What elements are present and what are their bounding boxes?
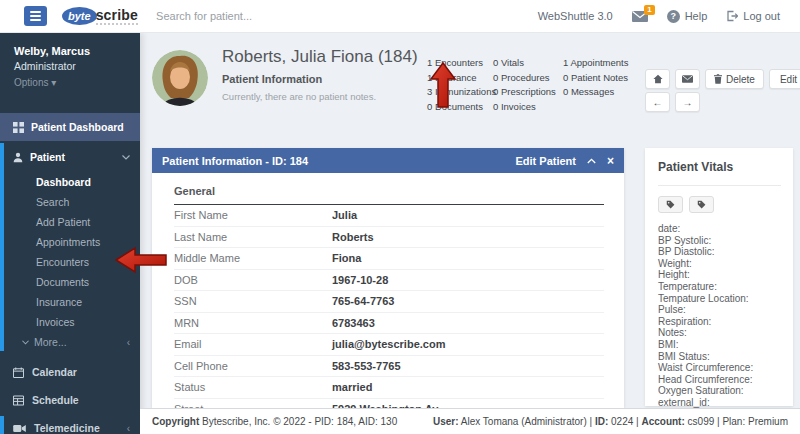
- field-row-first-name: First Name Julia: [174, 205, 604, 227]
- stat-appointments[interactable]: 1 Appointments: [563, 56, 629, 71]
- user-block: Welby, Marcus Administrator Options ▾: [14, 45, 90, 88]
- tag-icon: [697, 200, 706, 209]
- calendar-label: Calendar: [32, 366, 77, 378]
- divider: [658, 185, 781, 186]
- close-panel-button[interactable]: ×: [607, 154, 614, 168]
- more-label: More...: [34, 336, 67, 348]
- logout-label: Log out: [743, 10, 780, 22]
- field-row-ssn: SSN 765-64-7763: [174, 291, 604, 313]
- search-input[interactable]: [156, 10, 356, 22]
- arrow-right-icon: →: [683, 97, 693, 108]
- logout-button[interactable]: Log out: [726, 10, 780, 22]
- field-row-cell-phone: Cell Phone 583-553-7765: [174, 356, 604, 378]
- chevron-left-icon: ‹: [127, 423, 130, 434]
- edit-patient-link[interactable]: Edit Patient: [515, 155, 576, 167]
- sidebar-section-patient[interactable]: Patient: [0, 146, 140, 168]
- field-label: Last Name: [174, 231, 332, 243]
- edit-button[interactable]: Edit: [769, 69, 800, 89]
- footer-id-bold: ID:: [595, 416, 608, 427]
- field-value: Fiona: [332, 252, 361, 264]
- sidebar-item-invoices[interactable]: Invoices: [0, 312, 140, 332]
- sidebar-item-documents[interactable]: Documents: [0, 272, 140, 292]
- annotation-arrow-up-encounters-stat: [429, 62, 457, 108]
- annotation-arrow-left-encounters: [115, 246, 167, 274]
- arrow-left-icon: ←: [653, 97, 663, 108]
- vitals-tag-button-2[interactable]: [689, 196, 714, 213]
- vitals-label: date:: [658, 223, 781, 235]
- message-patient-button[interactable]: [675, 69, 700, 89]
- sidebar-item-dashboard[interactable]: Dashboard: [0, 172, 140, 192]
- messages-button[interactable]: 1: [632, 11, 648, 22]
- footer-account-bold: Account:: [641, 416, 684, 427]
- user-options-dropdown[interactable]: Options ▾: [14, 77, 90, 88]
- sidebar-item-search[interactable]: Search: [0, 192, 140, 212]
- logo-scribe: scribe: [96, 7, 138, 25]
- field-label: Status: [174, 381, 332, 393]
- sidebar-item-telemedicine[interactable]: Telemedicine ‹: [0, 418, 140, 434]
- help-button[interactable]: ? Help: [667, 10, 708, 23]
- home-button[interactable]: [645, 69, 670, 89]
- field-row-status: Status married: [174, 377, 604, 399]
- prev-patient-button[interactable]: ←: [645, 92, 670, 112]
- user-role: Administrator: [14, 60, 90, 72]
- vitals-label: BMI Status:: [658, 351, 781, 363]
- sidebar-item-calendar[interactable]: Calendar: [0, 362, 140, 382]
- vitals-tag-button-1[interactable]: [658, 196, 683, 213]
- stat-procedures[interactable]: 0 Procedures: [493, 71, 556, 86]
- edit-label: Edit: [780, 74, 797, 85]
- field-label: SSN: [174, 295, 332, 307]
- top-navbar: bytescribe WebShuttle 3.0 1 ? Help Log o…: [0, 0, 800, 33]
- field-value: 6783463: [332, 317, 375, 329]
- field-value: julia@bytescribe.com: [332, 338, 445, 350]
- delete-button[interactable]: Delete: [705, 69, 764, 89]
- stat-messages[interactable]: 0 Messages: [563, 85, 629, 100]
- chevron-down-icon: [122, 155, 130, 160]
- video-camera-icon: [13, 424, 26, 433]
- field-row-dob: DOB 1967-10-28: [174, 270, 604, 292]
- stat-vitals[interactable]: 0 Vitals: [493, 56, 556, 71]
- footer-user-info: User: Alex Tomana (Administrator) | ID: …: [433, 416, 788, 427]
- trash-icon: [714, 74, 722, 84]
- home-icon: [653, 74, 663, 84]
- stat-invoices[interactable]: 0 Invoices: [493, 100, 556, 115]
- field-label: MRN: [174, 317, 332, 329]
- footer-account-text: cs099 | Plan: Premium: [685, 416, 788, 427]
- patient-section-label: Patient: [30, 151, 65, 163]
- field-label: Middle Mame: [174, 252, 332, 264]
- person-icon: [13, 152, 23, 163]
- sidebar-item-patient-dashboard[interactable]: Patient Dashboard: [0, 113, 140, 141]
- logout-icon: [726, 10, 738, 22]
- field-value: Julia: [332, 209, 357, 221]
- field-value: 583-553-7765: [332, 360, 401, 372]
- sidebar-item-schedule[interactable]: Schedule: [0, 390, 140, 410]
- stats-column-2: 0 Vitals 0 Procedures 0 Prescriptions 0 …: [493, 56, 556, 114]
- footer-user-bold: User:: [433, 416, 459, 427]
- stats-column-3: 1 Appointments 0 Patient Notes 0 Message…: [563, 56, 629, 100]
- schedule-label: Schedule: [32, 394, 79, 406]
- vitals-label: Weight:: [658, 258, 781, 270]
- help-icon: ?: [667, 10, 680, 23]
- tag-icon: [666, 200, 675, 209]
- notification-badge: 1: [644, 5, 654, 15]
- stat-patient-notes[interactable]: 0 Patient Notes: [563, 71, 629, 86]
- app-version-label: WebShuttle 3.0: [538, 10, 613, 22]
- field-row-last-name: Last Name Roberts: [174, 227, 604, 249]
- patient-information-panel: Patient Information - ID: 184 Edit Patie…: [152, 148, 624, 408]
- field-label: Email: [174, 338, 332, 350]
- vitals-label: Head Circumference:: [658, 374, 781, 386]
- section-title-general: General: [174, 185, 604, 205]
- vitals-label: Pulse:: [658, 304, 781, 316]
- user-name: Welby, Marcus: [14, 45, 90, 57]
- patient-name: Roberts, Julia Fiona (184): [222, 47, 418, 67]
- chevron-up-icon: [587, 158, 596, 164]
- collapse-panel-button[interactable]: [587, 158, 596, 164]
- field-label: Cell Phone: [174, 360, 332, 372]
- footer-copyright-text: Bytescribe, Inc. © 2022 - PID: 184, AID:…: [199, 416, 397, 427]
- stat-prescriptions[interactable]: 0 Prescriptions: [493, 85, 556, 100]
- hamburger-menu-button[interactable]: [24, 6, 47, 26]
- sidebar-item-add-patient[interactable]: Add Patient: [0, 212, 140, 232]
- sidebar-item-more[interactable]: More... ‹: [0, 332, 140, 352]
- sidebar-item-insurance[interactable]: Insurance: [0, 292, 140, 312]
- next-patient-button[interactable]: →: [675, 92, 700, 112]
- vitals-label: Temperature:: [658, 281, 781, 293]
